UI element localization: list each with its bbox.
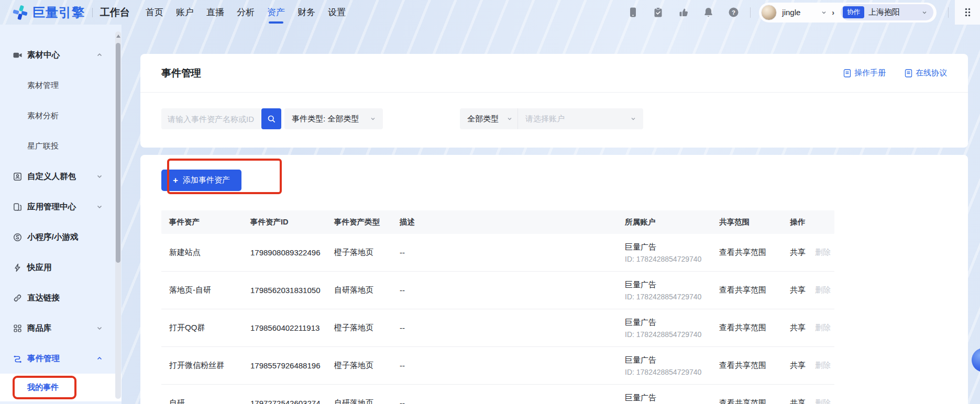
brand-logo[interactable]: 巨量引擎 xyxy=(13,4,85,21)
share-action[interactable]: 共享 xyxy=(790,285,806,295)
column-header: 操作 xyxy=(782,217,834,227)
sidebar-item-label: 商品库 xyxy=(27,323,52,334)
event-asset-type: 橙子落地页 xyxy=(326,323,392,333)
nav-item-settings[interactable]: 设置 xyxy=(322,0,352,25)
owner-account-id: ID: 1782428854729740 xyxy=(625,330,711,339)
chevron-down-icon[interactable] xyxy=(922,10,927,15)
owner-account-name: 巨量广告 xyxy=(625,393,711,403)
column-header: 所属账户 xyxy=(617,217,711,227)
owner-account-cell: 巨量广告 ID: 1782428854729740 xyxy=(617,318,711,339)
sidebar-item-label: 我的事件 xyxy=(27,383,59,392)
sidebar-item-direct-link[interactable]: 直达链接 xyxy=(0,283,122,313)
share-action[interactable]: 共享 xyxy=(790,398,806,404)
nav-item-finance[interactable]: 财务 xyxy=(291,0,322,25)
event-asset-name: 自研 xyxy=(161,398,243,404)
sidebar-item-material-analysis[interactable]: 素材分析 xyxy=(0,100,122,131)
add-event-asset-button[interactable]: + 添加事件资产 xyxy=(161,170,241,191)
apps-grid-icon[interactable] xyxy=(955,0,980,25)
sidebar-item-material-manage[interactable]: 素材管理 xyxy=(0,70,122,100)
chevron-up-icon[interactable] xyxy=(96,52,103,58)
event-asset-name: 落地页-自研 xyxy=(161,285,243,295)
chevron-down-icon xyxy=(631,116,636,121)
sidebar-item-app-center[interactable]: 应用管理中心 xyxy=(0,192,122,222)
event-asset-id: 1797272542603274 xyxy=(243,399,326,404)
document-icon xyxy=(843,69,851,77)
table-row: 自研 1797272542603274 自研落地页 -- 巨量广告 ID: 17… xyxy=(161,385,834,404)
sidebar-item-label: 直达链接 xyxy=(27,293,60,304)
chevron-down-icon[interactable] xyxy=(96,325,103,331)
sidebar-item-quickapp[interactable]: 快应用 xyxy=(0,252,122,283)
table-row: 打开QQ群 1798560402211913 橙子落地页 -- 巨量广告 ID:… xyxy=(161,309,834,347)
mobile-icon[interactable] xyxy=(628,7,638,17)
scroll-up-arrow-icon[interactable] xyxy=(116,35,120,38)
chevron-down-icon[interactable] xyxy=(96,204,103,210)
feedback-icon[interactable] xyxy=(678,7,688,17)
view-share-scope-link[interactable]: 查看共享范围 xyxy=(719,398,766,404)
user-avatar[interactable] xyxy=(761,5,777,20)
view-share-scope-link[interactable]: 查看共享范围 xyxy=(719,361,766,369)
event-type-select[interactable]: 事件类型: 全部类型 xyxy=(284,108,383,129)
sidebar-item-product-library[interactable]: 商品库 xyxy=(0,313,122,343)
nav-item-live[interactable]: 直播 xyxy=(200,0,230,25)
sidebar-item-label: 应用管理中心 xyxy=(27,201,76,212)
sidebar-item-custom-audience[interactable]: 自定义人群包 xyxy=(0,161,122,192)
nav-item-assets[interactable]: 资产 xyxy=(261,0,291,25)
sidebar-item-my-events[interactable]: 我的事件 xyxy=(0,374,122,401)
event-asset-id: 1798562031831050 xyxy=(243,286,326,295)
agreement-link[interactable]: 在线协议 xyxy=(905,68,947,78)
chevron-up-icon[interactable] xyxy=(96,355,103,362)
asset-type-select[interactable]: 全部类型 xyxy=(460,108,517,129)
chevron-down-icon[interactable] xyxy=(96,173,103,179)
view-share-scope-link[interactable]: 查看共享范围 xyxy=(719,285,766,294)
column-header: 事件资产 xyxy=(161,217,243,227)
owner-account-cell: 巨量广告 ID: 1782428854729740 xyxy=(617,355,711,376)
logo-text: 巨量引擎 xyxy=(32,4,85,21)
delete-action[interactable]: 删除 xyxy=(815,398,831,404)
org-selector[interactable]: 协作 上海抱阳 xyxy=(841,4,933,20)
share-action[interactable]: 共享 xyxy=(790,361,806,371)
chevron-down-icon xyxy=(370,116,376,121)
delete-action[interactable]: 删除 xyxy=(815,248,831,257)
nav-item-home[interactable]: 首页 xyxy=(139,0,170,25)
event-asset-type: 橙子落地页 xyxy=(326,248,392,257)
view-share-scope-link[interactable]: 查看共享范围 xyxy=(719,323,766,332)
search-input[interactable] xyxy=(161,108,261,129)
manual-link[interactable]: 操作手册 xyxy=(843,68,886,78)
chevron-down-icon[interactable] xyxy=(821,10,827,15)
bell-icon[interactable] xyxy=(703,7,713,17)
chevron-right-icon[interactable]: › xyxy=(832,8,834,17)
event-asset-description: -- xyxy=(392,248,617,257)
share-action[interactable]: 共享 xyxy=(790,248,806,257)
divider xyxy=(750,7,751,18)
workspace-label[interactable]: 工作台 xyxy=(100,6,130,19)
sidebar-item-miniapp[interactable]: 小程序/小游戏 xyxy=(0,222,122,252)
account-select[interactable]: 请选择账户 xyxy=(518,108,643,129)
clipboard-icon[interactable] xyxy=(653,7,663,17)
sidebar-scrollbar[interactable] xyxy=(115,31,121,399)
user-menu[interactable]: jingle › 协作 上海抱阳 xyxy=(759,3,937,23)
sidebar: 素材中心 素材管理 素材分析 星广联投 自定义人群包 应用管理中心 小程序/小游… xyxy=(0,25,122,404)
event-asset-name: 新建站点 xyxy=(161,248,243,257)
view-share-scope-link[interactable]: 查看共享范围 xyxy=(719,248,766,256)
sidebar-item-label: 快应用 xyxy=(27,262,52,273)
sidebar-item-material-center[interactable]: 素材中心 xyxy=(0,40,122,70)
delete-action[interactable]: 删除 xyxy=(815,361,831,371)
video-camera-icon xyxy=(13,51,22,60)
nav-item-analysis[interactable]: 分析 xyxy=(230,0,261,25)
nav-item-account[interactable]: 账户 xyxy=(170,0,200,25)
help-icon[interactable]: ? xyxy=(729,7,739,17)
route-icon xyxy=(13,354,22,363)
column-header: 事件资产ID xyxy=(243,217,326,227)
event-asset-name: 打开微信粉丝群 xyxy=(161,361,243,371)
share-action[interactable]: 共享 xyxy=(790,323,806,333)
plus-icon: + xyxy=(173,176,178,185)
search-button[interactable] xyxy=(261,108,281,129)
scrollbar-thumb[interactable] xyxy=(116,43,120,263)
event-asset-type: 自研落地页 xyxy=(326,285,392,295)
sidebar-item-event-management[interactable]: 事件管理 xyxy=(0,343,122,374)
delete-action[interactable]: 删除 xyxy=(815,285,831,295)
event-assets-table: 事件资产 事件资产ID 事件资产类型 描述 所属账户 共享范围 操作 新建站点 … xyxy=(161,210,834,404)
event-asset-name: 打开QQ群 xyxy=(161,323,243,333)
sidebar-item-star-ad[interactable]: 星广联投 xyxy=(0,131,122,161)
delete-action[interactable]: 删除 xyxy=(815,323,831,333)
